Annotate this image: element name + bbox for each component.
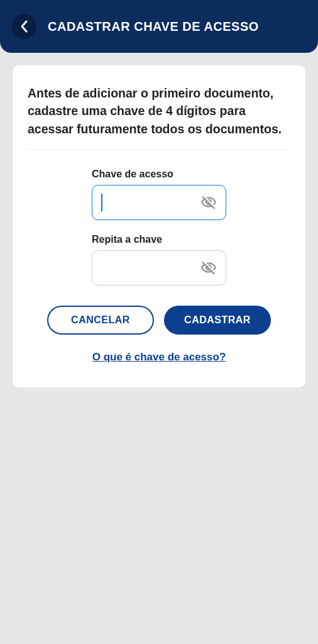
page-title: CADASTRAR CHAVE DE ACESSO [48,19,259,34]
access-key-field-group: Chave de acesso [92,169,226,220]
chevron-left-icon [19,20,28,33]
help-link[interactable]: O que é chave de acesso? [92,351,226,364]
access-key-label: Chave de acesso [92,169,226,180]
toggle-visibility-button[interactable] [198,192,219,213]
repeat-key-input-wrap[interactable] [92,250,226,286]
form-card: Antes de adicionar o primeiro documento,… [13,65,305,387]
instructions-text: Antes de adicionar o primeiro documento,… [28,84,290,138]
header: CADASTRAR CHAVE DE ACESSO [0,0,318,53]
submit-button[interactable]: CADASTRAR [164,306,271,335]
form: Chave de acesso Repita a chave [28,169,290,364]
divider [25,149,293,150]
button-row: CANCELAR CADASTRAR [47,306,271,335]
back-button[interactable] [11,14,36,39]
eye-off-icon [200,194,217,211]
cancel-button[interactable]: CANCELAR [47,306,154,335]
repeat-key-label: Repita a chave [92,234,226,245]
toggle-visibility-button[interactable] [198,257,219,279]
repeat-key-field-group: Repita a chave [92,234,226,286]
eye-off-icon [200,260,217,276]
access-key-input-wrap[interactable] [92,185,226,220]
repeat-key-input[interactable] [101,251,194,285]
